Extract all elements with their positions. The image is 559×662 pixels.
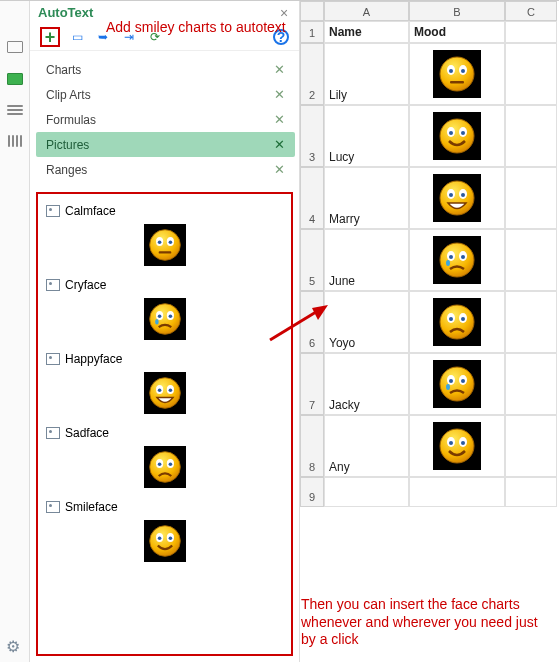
column-header-B[interactable]: B [409,1,505,21]
category-delete-icon[interactable]: ✕ [274,162,285,177]
rail-tab-4[interactable] [8,135,22,147]
gallery-item-preview[interactable] [144,520,186,562]
mood-face-calm [433,50,481,98]
column-header-C[interactable]: C [505,1,557,21]
cell-name-2[interactable]: Lily [324,43,409,105]
cell-c-4[interactable] [505,167,557,229]
column-header-A[interactable]: A [324,1,409,21]
category-delete-icon[interactable]: ✕ [274,87,285,102]
row-header-2[interactable]: 2 [300,43,324,105]
rail-tab-3[interactable] [7,105,23,115]
gallery-item-preview[interactable] [144,224,186,266]
category-label: Clip Arts [46,88,91,102]
gallery-item-preview[interactable] [144,446,186,488]
cell-name-6[interactable]: Yoyo [324,291,409,353]
cell-mood-8[interactable] [409,415,505,477]
panel-title: AutoText [38,5,93,20]
cell-mood-header[interactable]: Mood [409,21,505,43]
cell-name-8[interactable]: Any [324,415,409,477]
cell-c-6[interactable] [505,291,557,353]
gallery-item-header[interactable]: Happyface [42,350,287,368]
cell-name-4[interactable]: Marry [324,167,409,229]
gallery-item-label: Cryface [65,278,106,292]
settings-gear-icon[interactable]: ⚙ [6,637,20,656]
cell-c-3[interactable] [505,105,557,167]
category-clip-arts[interactable]: Clip Arts✕ [36,82,295,107]
row-header-6[interactable]: 6 [300,291,324,353]
select-all-corner[interactable] [300,1,324,21]
row-header-7[interactable]: 7 [300,353,324,415]
mood-face-smile [433,112,481,160]
gallery-item-smile: Smileface [42,498,287,566]
category-delete-icon[interactable]: ✕ [274,62,285,77]
gallery-item-calm: Calmface [42,202,287,270]
gallery-item-header[interactable]: Smileface [42,498,287,516]
row-header-3[interactable]: 3 [300,105,324,167]
gallery-item-header[interactable]: Cryface [42,276,287,294]
row-header-4[interactable]: 4 [300,167,324,229]
cell-name-header[interactable]: Name [324,21,409,43]
rail-tab-1[interactable] [7,41,23,53]
row-header-9[interactable]: 9 [300,477,324,507]
picture-icon [46,279,60,291]
category-label: Pictures [46,138,89,152]
add-autotext-highlight: + [40,27,60,47]
category-label: Formulas [46,113,96,127]
add-autotext-button[interactable]: + [42,28,58,46]
cell-mood-6[interactable] [409,291,505,353]
row-header-1[interactable]: 1 [300,21,324,43]
gallery-item-preview[interactable] [144,372,186,414]
gallery-item-happy: Happyface [42,350,287,418]
category-delete-icon[interactable]: ✕ [274,137,285,152]
gallery-item-label: Smileface [65,500,118,514]
cell-mood-3[interactable] [409,105,505,167]
row-header-8[interactable]: 8 [300,415,324,477]
category-charts[interactable]: Charts✕ [36,57,295,82]
picture-icon [46,427,60,439]
cell-mood-2[interactable] [409,43,505,105]
row-header-5[interactable]: 5 [300,229,324,291]
category-delete-icon[interactable]: ✕ [274,112,285,127]
category-list: Charts✕Clip Arts✕Formulas✕Pictures✕Range… [30,51,299,190]
plus-icon: + [45,29,56,45]
category-pictures[interactable]: Pictures✕ [36,132,295,157]
mood-face-happy [433,174,481,222]
gallery-item-label: Sadface [65,426,109,440]
gallery-item-header[interactable]: Sadface [42,424,287,442]
cell-b-9[interactable] [409,477,505,507]
cell-c-2[interactable] [505,43,557,105]
mood-face-smile [433,422,481,470]
cell-c-7[interactable] [505,353,557,415]
cell-mood-4[interactable] [409,167,505,229]
category-ranges[interactable]: Ranges✕ [36,157,295,182]
cell-name-5[interactable]: June [324,229,409,291]
picture-icon [46,501,60,513]
cell-c-5[interactable] [505,229,557,291]
cell-name-7[interactable]: Jacky [324,353,409,415]
cell-empty[interactable] [505,21,557,43]
gallery-item-preview[interactable] [144,298,186,340]
annotation-top: Add smiley charts to autotext [106,19,286,35]
gallery-item-label: Calmface [65,204,116,218]
cell-c-8[interactable] [505,415,557,477]
cell-mood-7[interactable] [409,353,505,415]
autotext-panel: AutoText × Add smiley charts to autotext… [30,1,300,662]
picture-icon [46,353,60,365]
folder-open-icon[interactable]: ▭ [68,28,86,46]
rail-tab-2-active[interactable] [7,73,23,85]
gallery-item-cry: Cryface [42,276,287,344]
picture-icon [46,205,60,217]
category-label: Charts [46,63,81,77]
close-panel-button[interactable]: × [277,6,291,20]
category-formulas[interactable]: Formulas✕ [36,107,295,132]
mood-face-sad [433,298,481,346]
cell-c-9[interactable] [505,477,557,507]
mood-face-cry [433,360,481,408]
autotext-gallery: CalmfaceCryfaceHappyfaceSadfaceSmileface [36,192,293,656]
gallery-item-header[interactable]: Calmface [42,202,287,220]
cell-name-3[interactable]: Lucy [324,105,409,167]
cell-mood-5[interactable] [409,229,505,291]
spreadsheet: ABC1NameMood2Lily3Lucy4Marry5June6Yoyo7J… [300,1,559,662]
left-rail [0,1,30,662]
cell-a-9[interactable] [324,477,409,507]
